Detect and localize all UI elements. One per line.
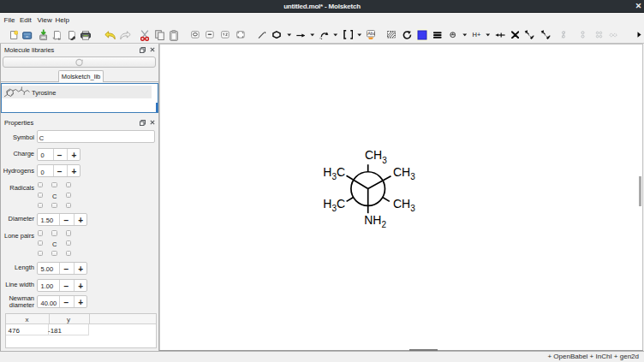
svg-text:Abc: Abc — [367, 31, 375, 36]
svg-text:CH3​: CH3​ — [393, 197, 415, 213]
svg-text:CH3​: CH3​ — [365, 148, 387, 164]
svg-text:CH3​: CH3​ — [393, 165, 415, 181]
svg-text:H3​C: H3​C — [323, 165, 345, 181]
svg-text:H3​C: H3​C — [323, 197, 345, 213]
svg-text:H+: H+ — [472, 31, 480, 39]
svg-text:NH2​: NH2​ — [364, 213, 386, 229]
